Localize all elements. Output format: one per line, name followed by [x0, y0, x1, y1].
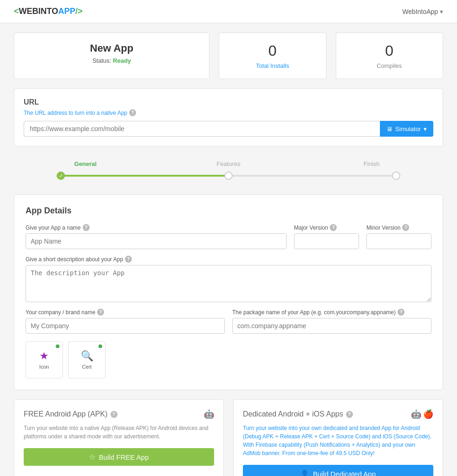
icon-card[interactable]: ★ Icon [26, 341, 63, 378]
build-free-label: Build FREE App [99, 453, 149, 461]
installs-label: Total Installs [228, 62, 317, 69]
platform-icons: 🤖 🍎 [411, 409, 433, 419]
package-label: The package name of your App (e.g. com.y… [232, 309, 431, 316]
logo: <WEBINTOAPP/> [14, 7, 83, 16]
stepper-dot-finish [392, 172, 400, 180]
cert-search-icon: 🔍 [81, 350, 93, 362]
free-app-title: FREE Android App (APK) ? 🤖 [24, 409, 214, 419]
dedicated-app-card: Dedicated Android + iOS Apps ? 🤖 🍎 Turn … [233, 399, 443, 476]
url-help-icon[interactable]: ? [129, 109, 136, 116]
company-help-icon[interactable]: ? [97, 309, 104, 316]
app-details-section: App Details Give your App a name ? Major… [14, 194, 443, 390]
major-version-group: Major Version ? 1 [294, 224, 359, 249]
stepper-dot-general [57, 172, 65, 180]
build-dedicated-label: Build Dedicated App [313, 470, 376, 476]
description-textarea[interactable] [26, 265, 431, 302]
icon-star-icon: ★ [39, 350, 49, 362]
free-star-icon: ☆ [89, 453, 95, 461]
dedicated-app-help-icon[interactable]: ? [346, 411, 353, 418]
stepper-dots [14, 172, 443, 180]
user-menu[interactable]: WebIntoApp [402, 8, 443, 15]
minor-version-group: Minor Version ? 0 [366, 224, 431, 249]
stepper-labels: General Features Finish [14, 160, 443, 167]
package-help-icon[interactable]: ? [398, 309, 405, 316]
package-group: The package name of your App (e.g. com.y… [232, 309, 431, 334]
stats-row: New App Status: Ready 0 Total Installs 0… [14, 33, 443, 79]
company-input[interactable] [26, 318, 225, 334]
build-free-button[interactable]: ☆ Build FREE App [24, 448, 214, 466]
dedicated-app-description: Turn your website into your own dedicate… [243, 424, 433, 457]
form-row-description: Give a short description about your App … [26, 256, 431, 302]
description-group: Give a short description about your App … [26, 256, 431, 302]
compiles-label: Compiles [346, 62, 434, 69]
bottom-row: FREE Android App (APK) ? 🤖 Turn your web… [14, 399, 443, 476]
stepper-label-features: Features [157, 160, 300, 167]
url-input-row: 🖥 Simulator [24, 121, 433, 137]
form-row-company-package: Your company / brand name ? The package … [26, 309, 431, 334]
cert-dot [98, 344, 102, 348]
company-group: Your company / brand name ? [26, 309, 225, 334]
dedicated-app-title: Dedicated Android + iOS Apps ? 🤖 🍎 [243, 409, 433, 419]
installs-card: 0 Total Installs [219, 33, 326, 79]
company-label: Your company / brand name ? [26, 309, 225, 316]
icon-dot [56, 344, 59, 348]
status-prefix: Status: [92, 57, 111, 64]
free-app-description: Turn your website into a native App (Rel… [24, 424, 214, 441]
compiles-count: 0 [346, 42, 434, 60]
stepper-label-general: General [14, 160, 157, 167]
simulator-button[interactable]: 🖥 Simulator [380, 121, 433, 137]
cert-card[interactable]: 🔍 Cert [68, 341, 105, 378]
free-app-help-icon[interactable]: ? [111, 411, 118, 418]
stepper-section: General Features Finish [14, 156, 443, 185]
app-name-input[interactable] [26, 233, 287, 249]
major-version-label: Major Version ? [294, 224, 359, 231]
status-value: Ready [113, 57, 131, 64]
dedicated-person-icon: 👤 [300, 469, 309, 476]
minor-version-input[interactable]: 0 [366, 233, 431, 249]
main-content: New App Status: Ready 0 Total Installs 0… [0, 23, 457, 476]
app-name-group: Give your App a name ? [26, 224, 287, 249]
logo-web: WEB [19, 7, 39, 16]
description-label: Give a short description about your App … [26, 256, 431, 263]
major-version-help-icon[interactable]: ? [330, 224, 337, 231]
android-icon-free: 🤖 [204, 409, 214, 419]
simulator-icon: 🖥 [386, 126, 392, 132]
simulator-label: Simulator [395, 126, 421, 132]
logo-bracket-open: < [14, 7, 19, 16]
icon-label: Icon [39, 364, 49, 370]
logo-bracket-close: /> [75, 7, 83, 16]
status-line: Status: Ready [24, 57, 200, 64]
header: <WEBINTOAPP/> WebIntoApp [0, 0, 457, 23]
app-name-help-icon[interactable]: ? [83, 224, 90, 231]
asset-row: ★ Icon 🔍 Cert [26, 341, 431, 378]
major-version-input[interactable]: 1 [294, 233, 359, 249]
free-app-card: FREE Android App (APK) ? 🤖 Turn your web… [14, 399, 224, 476]
description-help-icon[interactable]: ? [125, 256, 132, 263]
app-name-title: New App [24, 42, 200, 54]
logo-app: APP [58, 7, 75, 16]
logo-into: INTO [39, 7, 59, 16]
url-section: URL The URL address to turn into a nativ… [14, 88, 443, 146]
cert-label: Cert [82, 364, 92, 370]
url-title: URL [24, 98, 433, 106]
package-input[interactable] [232, 318, 431, 334]
stepper-bar [14, 171, 443, 180]
apple-icon-dedicated: 🍎 [423, 409, 433, 419]
app-name-card: New App Status: Ready [14, 33, 209, 79]
stepper-label-finish: Finish [300, 160, 443, 167]
stepper-dot-features [224, 172, 233, 180]
compiles-card: 0 Compiles [336, 33, 444, 79]
form-row-name-version: Give your App a name ? Major Version ? 1… [26, 224, 431, 249]
app-details-title: App Details [26, 206, 431, 216]
android-icon-dedicated: 🤖 [411, 409, 421, 419]
installs-count: 0 [228, 42, 317, 60]
url-description: The URL address to turn into a native Ap… [24, 109, 433, 116]
build-dedicated-button[interactable]: 👤 Build Dedicated App [243, 465, 433, 476]
minor-version-label: Minor Version ? [366, 224, 431, 231]
url-input[interactable] [24, 121, 380, 137]
minor-version-help-icon[interactable]: ? [402, 224, 409, 231]
app-name-label: Give your App a name ? [26, 224, 287, 231]
